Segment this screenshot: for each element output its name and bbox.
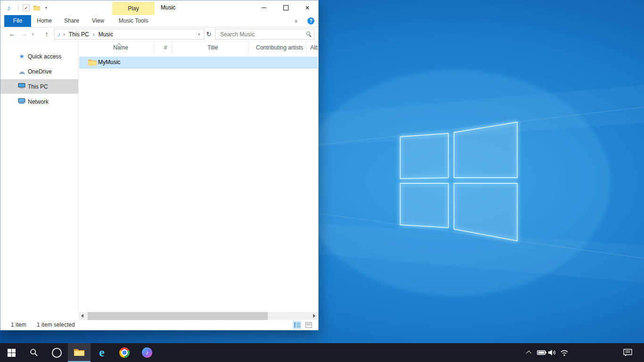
taskbar-music-app-button[interactable]: ♪ (136, 343, 158, 362)
close-icon: × (305, 4, 309, 12)
tray-show-hidden-icons-button[interactable] (523, 343, 536, 362)
maximize-icon (283, 5, 289, 10)
explorer-window: ♪ ✓ ▾ Play Music × File Home Share View (0, 0, 319, 330)
sidebar-item-onedrive[interactable]: ☁ OneDrive (0, 64, 78, 79)
speaker-icon (548, 349, 556, 356)
refresh-icon[interactable]: ↻ (205, 29, 213, 40)
search-box[interactable] (215, 29, 314, 40)
qat-separator (18, 5, 19, 11)
title-bar: ♪ ✓ ▾ Play Music × (0, 0, 318, 15)
start-button[interactable] (0, 343, 23, 362)
file-explorer-icon (74, 348, 85, 356)
qat-properties-button[interactable]: ✓ (22, 4, 30, 12)
sort-ascending-icon (117, 43, 122, 48)
thumbnails-view-icon (305, 322, 312, 328)
sidebar-item-label: This PC (28, 83, 48, 90)
action-center-button[interactable] (621, 343, 634, 362)
sidebar-item-label: Quick access (28, 53, 61, 60)
taskbar-search-button[interactable] (23, 343, 45, 362)
music-app-icon: ♪ (142, 347, 152, 358)
tab-share[interactable]: Share (61, 15, 83, 27)
tab-home[interactable]: Home (33, 15, 55, 27)
column-header-number[interactable]: # (154, 41, 172, 54)
recent-locations-caret-icon[interactable]: ∨ (30, 27, 36, 41)
taskbar-file-explorer-button[interactable] (68, 343, 91, 362)
scroll-left-arrow-icon[interactable] (81, 314, 83, 318)
sidebar-item-label: OneDrive (28, 68, 52, 75)
action-center-icon (623, 349, 632, 357)
file-name: MyMusic (98, 59, 120, 66)
search-input[interactable] (215, 29, 305, 39)
close-button[interactable]: × (297, 0, 318, 15)
column-header-name[interactable]: Name (79, 41, 154, 54)
cortana-icon (52, 348, 62, 358)
breadcrumb-chevron-icon[interactable]: › (93, 31, 95, 38)
wifi-icon (560, 349, 569, 356)
cortana-button[interactable] (45, 343, 68, 362)
ribbon-expand-caret-icon[interactable]: ∨ (291, 15, 301, 27)
back-button[interactable]: ← (7, 27, 17, 41)
tray-volume-button[interactable] (546, 343, 558, 362)
scroll-right-arrow-icon[interactable] (313, 314, 315, 318)
folder-icon (88, 59, 97, 67)
selection-count: 1 item selected (37, 320, 75, 330)
forward-button[interactable]: → (19, 27, 29, 41)
column-header-album[interactable]: Alb (306, 41, 318, 54)
details-view-icon (294, 322, 301, 328)
address-bar[interactable]: ♪ › This PC › Music ∨ (54, 29, 204, 40)
tray-network-button[interactable] (558, 343, 570, 362)
help-button[interactable]: ? (307, 17, 314, 25)
battery-icon (537, 350, 546, 355)
windows-logo-icon (8, 349, 16, 357)
status-bar: 1 item 1 item selected (0, 320, 318, 330)
tab-music-tools[interactable]: Music Tools (112, 15, 155, 27)
horizontal-scrollbar[interactable] (79, 312, 318, 320)
network-icon (17, 98, 26, 106)
chevron-up-icon (526, 351, 531, 356)
navigation-pane: ★ Quick access ☁ OneDrive This PC (0, 41, 79, 311)
file-row-mymusic[interactable]: MyMusic (79, 57, 318, 68)
taskbar-internet-explorer-button[interactable]: e (91, 343, 113, 362)
address-location-icon: ♪ (58, 31, 60, 38)
check-icon: ✓ (23, 4, 30, 11)
address-dropdown-caret-icon[interactable]: ∨ (198, 32, 200, 36)
window-title: Music (161, 0, 175, 15)
details-view-toggle[interactable] (293, 321, 301, 329)
thumbnails-view-toggle[interactable] (304, 321, 313, 329)
chrome-icon (119, 347, 130, 358)
sidebar-item-label: Network (28, 99, 49, 105)
help-icon: ? (309, 18, 312, 24)
up-button[interactable]: ↑ (42, 27, 51, 41)
breadcrumb-this-pc[interactable]: This PC (66, 31, 92, 38)
minimize-button[interactable] (253, 0, 275, 15)
tab-view[interactable]: View (88, 15, 108, 27)
search-icon[interactable] (306, 32, 310, 35)
navigation-bar: ← → ∨ ↑ ♪ › This PC › Music ∨ ↻ (0, 27, 318, 41)
contextual-group-play[interactable]: Play (112, 2, 155, 15)
scrollbar-thumb[interactable] (88, 312, 268, 320)
app-music-note-icon[interactable]: ♪ (7, 0, 11, 15)
ribbon-tab-row: File Home Share View Music Tools ∨ ? (0, 15, 318, 27)
maximize-button[interactable] (275, 0, 297, 15)
star-icon: ★ (17, 53, 26, 60)
tab-file[interactable]: File (4, 15, 31, 27)
taskbar: e ♪ (0, 343, 644, 362)
taskbar-chrome-button[interactable] (113, 343, 136, 362)
column-header-contributing-artists[interactable]: Contributing artists (248, 41, 306, 54)
qat-new-folder-button[interactable] (33, 4, 41, 12)
item-count: 1 item (11, 320, 26, 330)
computer-icon (17, 83, 26, 90)
sidebar-item-this-pc[interactable]: This PC (0, 79, 78, 94)
column-header-row: Name # Title Contributing artists Alb (79, 41, 318, 54)
small-folder-icon (33, 5, 40, 10)
cloud-icon: ☁ (17, 67, 26, 76)
breadcrumb-music[interactable]: Music (96, 31, 116, 38)
desktop[interactable]: ♪ ✓ ▾ Play Music × File Home Share View (0, 0, 644, 362)
sidebar-item-network[interactable]: Network (0, 94, 78, 109)
column-header-title[interactable]: Title (172, 41, 248, 54)
qat-customize-caret-icon[interactable]: ▾ (43, 0, 50, 15)
search-icon (30, 348, 38, 357)
breadcrumb-chevron-icon[interactable]: › (63, 31, 65, 38)
sidebar-item-quick-access[interactable]: ★ Quick access (0, 49, 78, 64)
minimize-icon (262, 8, 266, 8)
